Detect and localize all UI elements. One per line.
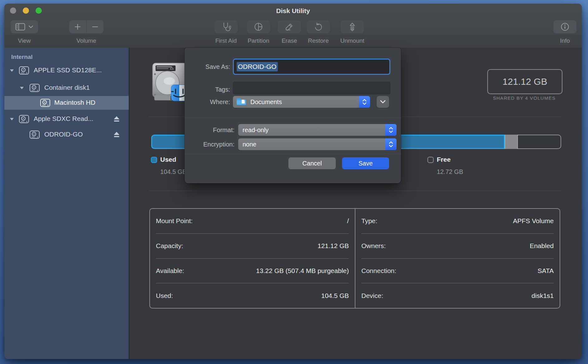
- info-icon: [560, 22, 570, 31]
- restore-label: Restore: [304, 37, 333, 45]
- save-as-selected-text: ODROID-GO: [237, 62, 278, 71]
- eject-icon[interactable]: [113, 116, 120, 122]
- save-as-input[interactable]: ODROID-GO: [233, 59, 390, 75]
- info-label: Info: [553, 37, 576, 45]
- row-label: Owners:: [361, 242, 386, 250]
- sidebar-layout-icon: [15, 23, 25, 31]
- stethoscope-icon: [221, 22, 231, 32]
- volume-buttons: [69, 20, 104, 33]
- view-button[interactable]: [11, 20, 38, 33]
- erase-pencil-icon: [284, 22, 294, 31]
- sidebar-item-container-disk1[interactable]: Container disk1: [4, 81, 129, 95]
- cancel-button[interactable]: Cancel: [288, 157, 336, 169]
- chevron-down-icon: [28, 25, 33, 28]
- sidebar-item-label: Macintosh HD: [54, 99, 95, 106]
- row-label: Type:: [361, 217, 377, 225]
- row-value: 104.5 GB: [321, 292, 349, 299]
- sidebar-item-label: APPLE SSD SD128E...: [34, 66, 102, 74]
- row-label: Capacity:: [156, 242, 183, 250]
- row-label: Used:: [156, 292, 173, 299]
- encryption-label: Encryption:: [203, 140, 234, 148]
- row-value: 13.22 GB (507.4 MB purgeable): [256, 267, 349, 275]
- free-legend-swatch: [427, 157, 434, 163]
- unmount-label: Unmount: [338, 37, 367, 45]
- where-popup[interactable]: Documents: [233, 96, 370, 108]
- disclosure-triangle-icon[interactable]: [19, 85, 24, 90]
- format-value: read-only: [243, 127, 385, 134]
- capacity-value: 121.12 GB: [503, 76, 547, 87]
- row-value: /: [347, 217, 349, 225]
- expand-dialog-button[interactable]: [377, 96, 389, 108]
- row-label: Connection:: [361, 267, 396, 275]
- disk-utility-window: Disk Utility View Volume: [4, 4, 582, 359]
- partition-button[interactable]: [247, 20, 270, 33]
- eject-icon[interactable]: [113, 131, 120, 138]
- details-left-column: Mount Point: / Capacity: 121.12 GB Avail…: [150, 209, 355, 308]
- row-label: Device:: [361, 292, 383, 299]
- first-aid-button[interactable]: [214, 20, 238, 33]
- free-legend-value: 12.72 GB: [437, 168, 463, 175]
- drive-icon: [29, 130, 40, 139]
- row-value: Enabled: [530, 242, 554, 250]
- first-aid-label: First Aid: [211, 37, 241, 45]
- format-popup[interactable]: read-only: [238, 124, 397, 136]
- save-dialog-sheet: Save As: ODROID-GO Tags: Where: Document…: [185, 48, 401, 183]
- disclosure-triangle-icon[interactable]: [9, 68, 14, 73]
- sidebar-item-label: Container disk1: [44, 84, 90, 91]
- info-button[interactable]: [553, 20, 576, 33]
- remove-volume-button[interactable]: [86, 23, 104, 31]
- drive-icon: [29, 83, 40, 93]
- sidebar-item-odroid-go[interactable]: ODROID-GO: [4, 128, 129, 141]
- tags-input[interactable]: [233, 82, 390, 94]
- popup-stepper-icon: [385, 124, 397, 136]
- desktop: { "window": { "title": "Disk Utility" },…: [0, 0, 588, 364]
- erase-button[interactable]: [278, 20, 301, 33]
- hard-drive-image: [151, 62, 186, 102]
- partition-label: Partition: [244, 37, 273, 45]
- save-button[interactable]: Save: [342, 157, 389, 169]
- popup-stepper-icon: [359, 96, 370, 108]
- add-volume-button[interactable]: [69, 23, 86, 31]
- popup-stepper-icon: [385, 138, 397, 150]
- erase-label: Erase: [275, 37, 304, 45]
- unmount-eject-icon: [348, 22, 357, 31]
- table-row: Used: 104.5 GB: [156, 283, 349, 308]
- table-row: Type: APFS Volume: [361, 209, 554, 234]
- used-legend-label: Used: [160, 156, 176, 163]
- documents-folder-icon: [236, 98, 247, 106]
- view-label: View: [11, 37, 38, 45]
- row-value: SATA: [537, 267, 554, 275]
- encryption-popup[interactable]: none: [238, 138, 397, 150]
- row-value: 121.12 GB: [318, 242, 349, 250]
- sidebar-item-macintosh-hd[interactable]: Macintosh HD: [4, 96, 129, 110]
- drive-icon: [19, 114, 29, 124]
- partition-pie-icon: [254, 22, 263, 31]
- restore-arrow-icon: [314, 22, 323, 31]
- toolbar: Disk Utility View Volume: [4, 4, 582, 48]
- restore-button[interactable]: [307, 20, 330, 33]
- unmount-button[interactable]: [341, 20, 364, 33]
- save-as-label: Save As:: [205, 63, 230, 71]
- row-value: APFS Volume: [513, 217, 554, 225]
- where-value: Documents: [250, 98, 359, 106]
- table-row: Owners: Enabled: [361, 234, 554, 259]
- row-label: Mount Point:: [156, 217, 193, 225]
- encryption-value: none: [243, 141, 385, 148]
- drive-icon: [19, 66, 29, 75]
- window-title: Disk Utility: [4, 7, 582, 15]
- drive-icon: [40, 98, 51, 108]
- sidebar-item-apple-ssd[interactable]: APPLE SSD SD128E...: [4, 64, 129, 77]
- table-row: Device: disk1s1: [361, 283, 554, 308]
- row-label: Available:: [156, 267, 184, 275]
- sidebar-item-label: Apple SDXC Read...: [34, 115, 93, 122]
- dialog-separator: [185, 117, 401, 118]
- used-legend-value: 104.5 GB: [160, 168, 187, 175]
- usage-bar-other-volumes-segment: [505, 135, 518, 149]
- volume-details-table: Mount Point: / Capacity: 121.12 GB Avail…: [149, 208, 560, 309]
- where-label: Where:: [210, 98, 230, 106]
- separator-line: [149, 191, 561, 191]
- sidebar-item-apple-sdxc[interactable]: Apple SDXC Read...: [4, 112, 129, 126]
- table-row: Available: 13.22 GB (507.4 MB purgeable): [156, 259, 349, 284]
- sidebar: Internal APPLE SSD SD128E... Container d…: [4, 48, 129, 359]
- disclosure-triangle-icon[interactable]: [9, 117, 14, 122]
